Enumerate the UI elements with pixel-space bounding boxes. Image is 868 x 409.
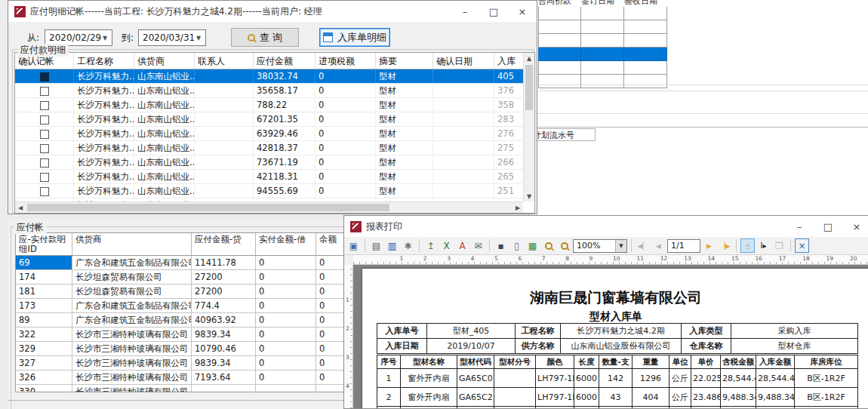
column-header: 合同价款 [538, 0, 581, 7]
table-cell: 山东南山铝业... [134, 141, 195, 155]
table-row[interactable]: 长沙万科魅力...山东南山铝业...788.220型材358 [15, 98, 523, 112]
table-row[interactable]: 长沙万科魅力...山东南山铝业...42818.370型材275 [15, 141, 523, 155]
table-cell: 73671.19 [254, 155, 315, 169]
chevron-down-icon[interactable]: ▼ [100, 32, 110, 43]
mail-icon[interactable]: ✉ [471, 238, 485, 253]
grid-cell [624, 34, 667, 48]
prev-page-button[interactable]: ◀ [651, 238, 666, 253]
scroll-right-icon[interactable]: ▶ [512, 202, 523, 213]
confirm-checkbox[interactable] [40, 101, 49, 110]
column-header[interactable]: 工程名称 [74, 53, 134, 69]
table-cell: 长沙市三湘特种玻璃有限公司 [72, 342, 192, 355]
first-page-button[interactable]: ◀▏ [636, 238, 650, 253]
table-cell: 长沙万科魅力... [74, 112, 134, 126]
minimize-button[interactable]: – [785, 216, 814, 237]
column-header[interactable]: 实付金额-借 [256, 233, 316, 255]
print-preview-area[interactable]: 湖南巨晟门窗幕墙有限公司 型材入库单 入库单号型材_405工程名称长沙万科魅力之… [353, 265, 868, 408]
horizontal-scrollbar[interactable]: ◀ ▶ [15, 201, 523, 213]
vertical-scrollbar[interactable]: ▲ ▼ [523, 53, 534, 201]
settings-icon[interactable]: ✱ [401, 238, 415, 253]
column-header[interactable]: 摘要 [376, 53, 433, 69]
query-button[interactable]: 查 询 [231, 28, 299, 47]
confirm-checkbox[interactable] [40, 87, 49, 96]
document-icon[interactable]: ▯ [509, 238, 524, 253]
confirm-checkbox[interactable] [40, 187, 49, 196]
scroll-left-icon[interactable]: ◀ [15, 202, 26, 213]
close-button[interactable]: × [842, 216, 868, 237]
chevron-down-icon[interactable]: ▼ [193, 32, 204, 43]
report-cell: 9,488.34 [721, 388, 756, 407]
report-column-header: 序号 [377, 355, 401, 369]
column-header[interactable]: 应付金额-贷 [192, 233, 256, 255]
scroll-up-icon[interactable]: ▲ [524, 53, 534, 63]
close-button[interactable]: × [508, 1, 537, 22]
table-cell: 山东南山铝业... [134, 98, 195, 112]
table-cell: 181 [16, 284, 72, 298]
report-cell: LH797-1LL [536, 369, 574, 388]
table-row[interactable]: 长沙万科魅力...山东南山铝业...35658.170型材376 [15, 84, 523, 98]
confirm-checkbox[interactable] [40, 158, 49, 168]
preview-icon[interactable]: ▣ [346, 238, 361, 253]
confirm-checkbox[interactable] [40, 130, 49, 139]
report-column-header: 型材分号 [494, 355, 536, 369]
table-row[interactable]: 长沙万科魅力...山东南山铝业...42118.310型材265 [15, 170, 523, 184]
chevron-down-icon[interactable]: ▼ [615, 240, 626, 252]
zoom-out-icon[interactable] [557, 238, 571, 253]
maximize-button[interactable]: □ [814, 216, 842, 237]
scrollbar-thumb[interactable] [525, 65, 533, 110]
column-header[interactable]: 供货商 [134, 53, 195, 69]
query-button-label: 查 询 [260, 31, 282, 45]
table-row[interactable]: 长沙万科魅力...山东南山铝业...73671.190型材266 [15, 155, 523, 170]
grid-cell [581, 61, 624, 75]
column-header[interactable]: 入库 [494, 53, 525, 69]
zoom-level-select[interactable]: 100%▼ [573, 239, 627, 253]
export-icon[interactable]: ↥ [423, 238, 438, 253]
zoom-in-icon[interactable] [541, 238, 556, 253]
table-icon[interactable]: ▦ [525, 238, 540, 253]
column-header[interactable]: 供货商 [72, 233, 192, 255]
report-info-table: 入库单号型材_405工程名称长沙万科魅力之城4.2期入库类型采购入库入库日期20… [377, 323, 858, 354]
confirm-checkbox[interactable] [40, 173, 49, 182]
table-cell [256, 385, 316, 392]
maximize-button[interactable]: □ [479, 1, 508, 22]
table-row[interactable]: 长沙万科魅力...山东南山铝业...38032.740型材405 [15, 69, 523, 84]
pdf-icon[interactable]: A [455, 238, 469, 253]
table-cell [195, 170, 254, 183]
next-page-button[interactable]: ▶ [702, 238, 716, 253]
report-main-table: 序号型材名称型材代码型材分号颜色长度数量-支重量单位单价含税金额入库金额库房库位… [377, 355, 858, 408]
table-row[interactable]: 长沙万科魅力...山东南山铝业...94555.690型材251 [15, 184, 523, 198]
column-header[interactable]: 应-实付款明细ID [16, 233, 72, 255]
table-row[interactable]: 长沙万科魅力...山东南山铝业...67201.350型材283 [15, 112, 523, 127]
toolbar-separator [631, 239, 632, 252]
save-icon[interactable]: ▪ [494, 238, 508, 253]
table-cell: 长沙万科魅力... [74, 155, 134, 169]
confirm-checkbox[interactable] [40, 144, 49, 153]
checkbox-cell [15, 69, 74, 83]
column-header[interactable]: 联系人 [195, 53, 254, 69]
confirm-checkbox[interactable] [40, 115, 49, 125]
to-date-select[interactable]: 2020/03/31 ▼ [138, 29, 206, 46]
minimize-button[interactable]: – [451, 1, 479, 22]
scroll-down-icon[interactable]: ▼ [524, 191, 534, 201]
table-cell [433, 184, 494, 198]
close-preview-button[interactable]: × [795, 238, 809, 253]
page-number-input[interactable]: 1/1 [667, 239, 700, 253]
excel-icon[interactable]: X [439, 238, 454, 253]
ruler-number: 5 [494, 255, 498, 262]
text-select-tool-button[interactable]: I▸ [756, 238, 771, 253]
hand-tool-button[interactable]: ☝ [740, 238, 755, 253]
table-row[interactable]: 长沙万科魅力...山东南山铝业...63929.460型材276 [15, 127, 523, 141]
toolbar-separator [736, 239, 737, 252]
column-header[interactable]: 应付金额 [254, 53, 315, 69]
inbound-detail-button[interactable]: 入库单明细 [319, 28, 390, 47]
confirm-checkbox[interactable] [40, 72, 49, 81]
column-header[interactable]: 确认日期 [433, 53, 494, 69]
column-header[interactable]: 进项税额 [315, 53, 376, 69]
scrollbar-thumb[interactable] [27, 204, 389, 211]
book-icon[interactable]: ▥ [385, 238, 399, 253]
contract-grid: 合同价款签订日期验收日期 [538, 0, 668, 88]
print-icon[interactable]: ▤ [369, 238, 383, 253]
last-page-button[interactable]: ▕▶ [718, 238, 732, 253]
copy-button[interactable]: ❐ [772, 238, 786, 253]
table-cell: 山东南山铝业... [134, 69, 195, 83]
